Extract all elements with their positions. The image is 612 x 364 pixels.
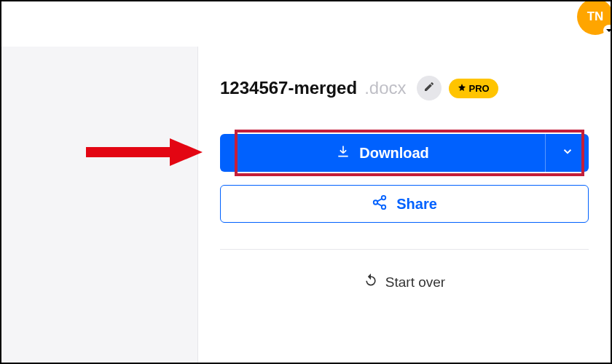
main: 1234567-merged.docx PRO Dow — [1, 47, 611, 363]
svg-point-2 — [382, 205, 386, 209]
pro-badge-label: PRO — [469, 83, 490, 94]
file-name: 1234567-merged — [220, 78, 357, 98]
file-extension: .docx — [364, 78, 406, 98]
divider — [220, 249, 589, 250]
share-label: Share — [396, 196, 437, 213]
svg-marker-6 — [170, 138, 203, 166]
annotation-arrow — [86, 134, 203, 173]
download-icon — [336, 144, 350, 162]
star-icon — [458, 83, 466, 94]
avatar-initials: TN — [587, 9, 604, 24]
pro-badge[interactable]: PRO — [449, 79, 498, 98]
chevron-down-icon — [561, 145, 574, 161]
svg-point-1 — [374, 200, 378, 205]
svg-point-0 — [382, 195, 386, 199]
start-over-label: Start over — [385, 274, 445, 290]
restart-icon — [364, 273, 378, 291]
share-icon — [372, 194, 388, 214]
edit-filename-button[interactable] — [417, 76, 442, 100]
download-button[interactable]: Download — [220, 134, 545, 172]
sidebar — [1, 47, 198, 363]
download-wrap: Download — [220, 134, 589, 172]
content: 1234567-merged.docx PRO Dow — [198, 47, 611, 363]
download-button-group: Download — [220, 134, 589, 172]
download-options-button[interactable] — [545, 134, 589, 172]
user-avatar[interactable]: TN — [577, 0, 612, 35]
pencil-icon — [423, 81, 435, 95]
svg-line-3 — [377, 198, 382, 201]
svg-line-4 — [377, 203, 382, 206]
avatar-dropdown-caret[interactable] — [603, 25, 612, 36]
topbar: TN — [1, 1, 611, 47]
download-label: Download — [359, 145, 429, 162]
share-button[interactable]: Share — [220, 185, 589, 223]
filename-row: 1234567-merged.docx PRO — [220, 76, 589, 100]
start-over-button[interactable]: Start over — [220, 273, 589, 291]
